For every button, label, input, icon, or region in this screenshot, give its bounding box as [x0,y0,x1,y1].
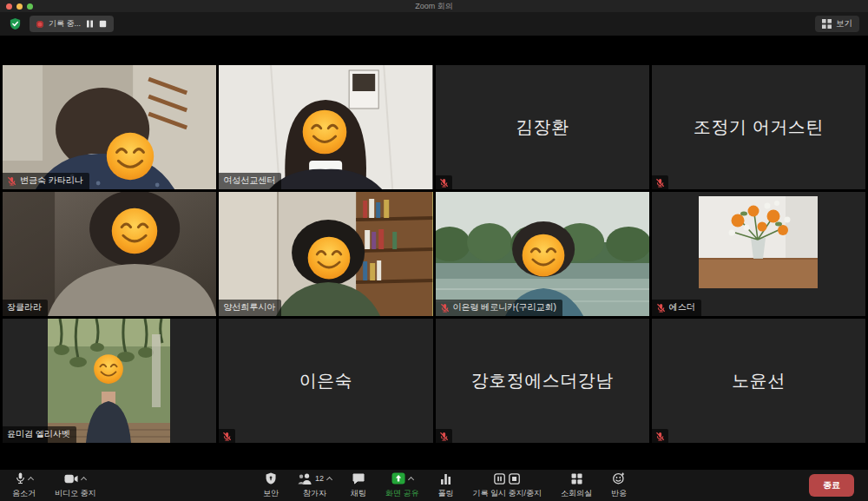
muted-mic-icon [656,303,666,313]
participant-name: 조정기 어거스틴 [652,65,865,189]
breakout-rooms-button[interactable]: 소회의실 [561,470,592,501]
muted-mic-badge [436,175,452,189]
face-emoji [306,235,352,280]
participant-tile[interactable]: 조정기 어거스틴 [652,65,865,189]
participant-tile[interactable]: 이은숙 [219,319,432,443]
muted-mic-icon [439,178,449,188]
participant-name-tag: 에스더 [652,300,701,316]
muted-mic-badge [436,429,452,443]
stop-video-button[interactable]: 비디오 중지 [55,470,96,501]
participant-tile[interactable]: 윤미겸 엘리사벳 [3,319,216,443]
participant-tile[interactable]: 김장환 [436,65,649,189]
muted-mic-icon [222,432,232,441]
chat-button[interactable]: 채팅 [351,470,366,501]
participants-button[interactable]: 12 참가자 [298,470,332,501]
reactions-button-label: 반응 [611,488,627,499]
encryption-shield-icon [9,17,22,30]
record-dot-icon [36,21,43,28]
view-button[interactable]: 보기 [815,16,859,32]
mute-button-label: 음소거 [12,488,36,499]
participant-tile[interactable]: 이은령 베로니카(구리교회) [436,192,649,316]
video-camera-icon [64,474,78,484]
face-emoji [110,207,159,255]
view-button-label: 보기 [836,18,852,30]
video-frame [48,319,170,443]
participants-icon [298,473,312,485]
participant-name: 김장환 [436,65,649,189]
macos-titlebar: Zoom 회의 [0,0,868,12]
toolbar-left-group: 음소거 비디오 중지 [0,470,96,501]
muted-mic-icon [7,176,16,186]
pause-recording-icon [494,473,505,485]
meeting-toolbar: 음소거 비디오 중지 보안 [0,469,868,501]
recording-indicator: 기록 중... [30,16,114,32]
participant-name: 이은령 베로니카(구리교회) [453,301,556,313]
window-controls[interactable] [6,3,33,10]
stop-video-button-label: 비디오 중지 [55,488,96,499]
muted-mic-icon [655,178,665,188]
chat-button-label: 채팅 [351,488,366,499]
participant-tile[interactable]: 장클라라 [3,192,216,316]
participant-tile[interactable]: 에스더 [652,192,865,316]
meeting-status-bar: 기록 중... 보기 [0,12,868,36]
participant-tile[interactable]: 여성선교센터 [219,65,432,189]
muted-mic-badge [652,429,668,443]
reactions-button[interactable]: 반응 [611,470,627,501]
end-meeting-button[interactable]: 종료 [809,474,854,497]
muted-mic-icon [655,432,665,441]
share-options-chevron[interactable] [408,476,414,482]
face-emoji [93,353,124,385]
close-window-button[interactable] [6,3,12,10]
participant-name: 에스더 [669,301,695,313]
muted-mic-badge [219,429,235,443]
muted-mic-icon [439,432,449,441]
participant-tile[interactable]: 노윤선 [652,319,865,443]
face-emoji [105,131,155,181]
participant-name: 장클라라 [7,301,42,313]
participant-name-tag: 윤미겸 엘리사벳 [3,426,76,443]
stop-recording-icon [509,473,520,485]
fullscreen-window-button[interactable] [27,3,33,10]
polls-button[interactable]: 폴링 [438,470,454,501]
breakout-rooms-icon [571,473,582,485]
participant-name: 이은숙 [219,319,432,443]
toolbar-center-group: 보안 12 참가자 채팅 [263,470,627,501]
stop-recording-button[interactable] [99,20,107,28]
participant-name-tag: 양선희루시아 [219,300,281,316]
security-shield-icon [266,472,276,485]
participant-tile-active-speaker[interactable]: 양선희루시아 [219,192,432,316]
record-pause-stop-button[interactable]: 기록 일시 중지/중지 [473,470,542,501]
participants-options-chevron[interactable] [326,476,332,482]
grid-view-icon [822,19,832,29]
mute-button[interactable]: 음소거 [12,470,36,501]
participants-button-label: 참가자 [303,488,326,499]
video-options-chevron[interactable] [81,476,87,482]
video-stage: 변금숙 카타리나 여성선교센터 김장환 [0,36,868,469]
participant-name-tag: 변금숙 카타리나 [3,173,89,189]
share-screen-button-label: 화면 공유 [385,488,419,499]
pause-recording-button[interactable] [86,20,94,28]
microphone-icon [16,472,25,485]
recording-status-label: 기록 중... [49,18,81,30]
gallery-grid: 변금숙 카타리나 여성선교센터 김장환 [3,65,865,443]
mute-options-chevron[interactable] [27,476,33,482]
security-button-label: 보안 [263,488,279,499]
video-frame [699,196,818,288]
participants-count-badge: 12 [315,474,324,483]
security-button[interactable]: 보안 [263,470,279,501]
muted-mic-icon [440,303,450,313]
participant-name: 변금숙 카타리나 [20,175,83,187]
minimize-window-button[interactable] [16,3,23,10]
participant-tile[interactable]: 변금숙 카타리나 [3,65,216,189]
share-screen-button[interactable]: 화면 공유 [385,470,419,501]
participant-tile[interactable]: 강호정에스더강남 [436,319,649,443]
face-emoji [301,109,348,155]
participant-name-tag: 이은령 베로니카(구리교회) [436,300,562,316]
record-button-label: 기록 일시 중지/중지 [473,488,542,499]
breakout-rooms-button-label: 소회의실 [561,488,592,499]
participant-name-tag: 여성선교센터 [219,173,281,189]
face-emoji [521,233,566,278]
participant-name: 노윤선 [652,319,865,443]
participant-name-tag: 장클라라 [3,300,48,316]
participant-name: 강호정에스더강남 [436,319,649,443]
